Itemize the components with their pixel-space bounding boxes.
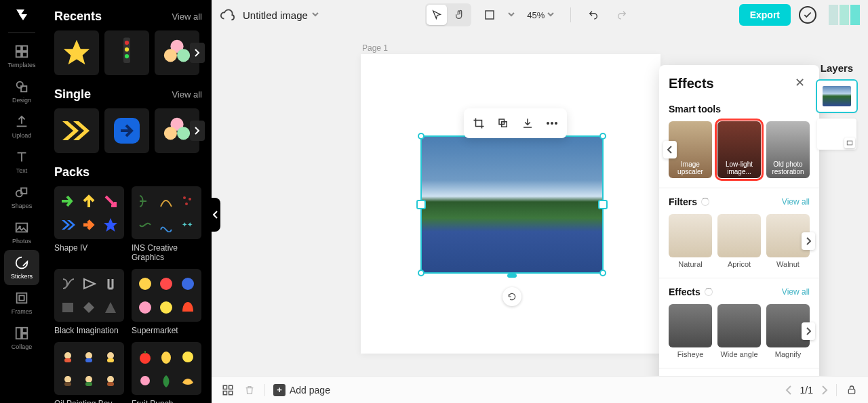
zoom-control[interactable]: 45% [527, 10, 554, 20]
pointer-tool-icon[interactable] [427, 5, 447, 25]
export-button[interactable]: Export [739, 4, 791, 26]
done-check-icon[interactable] [799, 6, 816, 24]
fx-fisheye[interactable] [669, 304, 712, 347]
resize-canvas-icon[interactable] [479, 5, 500, 25]
prev-page-icon[interactable] [785, 385, 792, 395]
resize-handle-tr[interactable] [599, 133, 606, 140]
recents-scroll-right-icon[interactable] [190, 43, 205, 63]
rail-upload[interactable]: Upload [4, 109, 39, 144]
svg-point-68 [551, 122, 553, 125]
pack-oil[interactable] [54, 342, 124, 395]
top-bar: Untitled image 45% [212, 0, 868, 30]
canvas[interactable]: Page 1 [212, 30, 868, 376]
layer-image[interactable] [817, 81, 856, 112]
svg-point-55 [85, 376, 92, 383]
add-page-button[interactable]: + Add page [273, 384, 330, 396]
filters-scroll-right-icon[interactable] [802, 232, 815, 250]
hand-tool-icon[interactable] [450, 5, 470, 25]
document-title[interactable]: Untitled image [243, 9, 319, 21]
more-icon[interactable] [541, 112, 563, 134]
svg-point-43 [160, 278, 172, 290]
loading-spinner-icon [701, 198, 709, 206]
svg-point-57 [107, 376, 114, 383]
panel-collapse-icon[interactable] [212, 198, 220, 232]
download-icon[interactable] [517, 112, 538, 134]
redo-icon[interactable] [612, 5, 632, 25]
chevron-down-icon[interactable] [508, 12, 515, 18]
pack-supermarket-label: Supermarket [132, 326, 202, 335]
filter-natural[interactable] [669, 214, 712, 257]
single-sticker-arrow-circle[interactable] [104, 108, 149, 153]
fx-wide[interactable] [717, 304, 761, 347]
history-peek[interactable] [829, 5, 860, 25]
rail-frames-label: Frames [12, 308, 33, 315]
svg-marker-40 [83, 302, 94, 313]
smart-oldphoto[interactable]: Old photo restoration [766, 121, 810, 178]
recents-view-all[interactable]: View all [172, 12, 202, 22]
layer-background[interactable] [817, 119, 856, 150]
rail-frames[interactable]: Frames [4, 285, 39, 320]
undo-icon[interactable] [583, 5, 604, 25]
resize-handle-bl[interactable] [418, 270, 425, 276]
rail-shapes-label: Shapes [12, 203, 33, 209]
recent-sticker-star[interactable] [54, 30, 99, 75]
svg-point-63 [140, 376, 150, 385]
rail-text[interactable]: Text [4, 144, 39, 179]
single-view-all[interactable]: View all [172, 89, 202, 100]
next-page-icon[interactable] [821, 385, 828, 395]
cloud-sync-icon[interactable] [220, 7, 235, 22]
smart-lowlight[interactable]: Low-light image... [717, 121, 761, 178]
crop-icon[interactable] [468, 112, 490, 134]
selected-image[interactable] [422, 137, 602, 272]
layer-bg-icon [844, 137, 855, 148]
smart-scroll-left-icon[interactable] [663, 141, 677, 158]
resize-handle-br[interactable] [599, 270, 606, 276]
effects-view-all[interactable]: View all [782, 287, 810, 297]
resize-handle-r[interactable] [598, 200, 608, 209]
svg-point-6 [17, 82, 23, 88]
page-label: Page 1 [362, 43, 388, 53]
svg-point-53 [64, 376, 71, 383]
filter-apricot[interactable] [717, 214, 761, 257]
lock-icon[interactable] [845, 383, 859, 397]
single-sticker-chevrons[interactable] [54, 108, 99, 153]
pack-supermarket[interactable] [132, 269, 201, 322]
recent-sticker-traffic-light[interactable] [104, 30, 149, 75]
pack-fruit[interactable] [132, 342, 201, 395]
single-scroll-right-icon[interactable] [190, 121, 205, 141]
effects-subtitle: Effects [669, 287, 701, 297]
svg-rect-15 [22, 328, 27, 333]
svg-rect-50 [85, 358, 92, 362]
rotate-handle-bottom[interactable] [507, 274, 517, 278]
delete-page-icon[interactable] [243, 383, 256, 397]
resize-handle-l[interactable] [416, 200, 426, 209]
app-logo[interactable] [0, 0, 43, 30]
effects-scroll-right-icon[interactable] [802, 322, 815, 340]
pack-ins[interactable]: ✦✦ [132, 186, 201, 239]
svg-rect-2 [16, 46, 21, 51]
rail-design[interactable]: Design [4, 74, 39, 109]
filters-view-all[interactable]: View all [782, 197, 810, 207]
rail-stickers[interactable]: Stickers [4, 250, 39, 285]
svg-point-49 [85, 352, 92, 359]
pack-shape4[interactable] [54, 186, 124, 239]
rail-templates[interactable]: Templates [4, 39, 39, 74]
selection-box[interactable] [420, 135, 604, 274]
chevron-down-icon [312, 12, 319, 18]
selection-toolbar [464, 108, 567, 138]
rail-shapes[interactable]: Shapes [4, 179, 39, 215]
packs-title: Packs [54, 165, 90, 179]
rail-photos[interactable]: Photos [4, 215, 39, 250]
refresh-icon[interactable] [502, 287, 521, 306]
svg-rect-5 [22, 52, 27, 57]
pages-overview-icon[interactable] [221, 383, 235, 397]
shadow-icon[interactable] [492, 112, 514, 134]
svg-point-30 [177, 127, 190, 140]
svg-rect-54 [64, 382, 71, 386]
resize-handle-tl[interactable] [418, 133, 425, 140]
rail-collage[interactable]: Collage [4, 320, 39, 356]
svg-rect-3 [22, 46, 27, 51]
close-icon[interactable]: ✕ [795, 77, 810, 91]
pack-black-label: Black Imagination [54, 326, 125, 335]
pack-black[interactable] [54, 269, 124, 322]
